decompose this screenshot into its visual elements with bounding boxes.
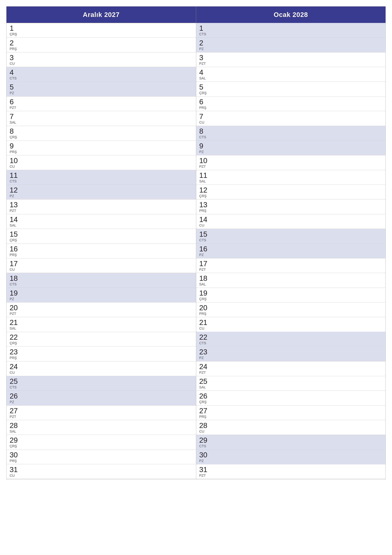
day-row: 17CU [7, 258, 196, 273]
day-name: PRŞ [10, 356, 22, 360]
day-number: 25 [199, 378, 212, 385]
day-row: 10PZT [196, 155, 386, 170]
day-number: 22 [10, 334, 22, 341]
day-name: SAL [199, 386, 212, 389]
day-number: 16 [199, 245, 212, 253]
day-info: 29CTS [199, 437, 212, 448]
day-name: PZT [199, 62, 212, 65]
day-number: 23 [199, 348, 212, 356]
day-number: 15 [199, 231, 212, 238]
day-number: 13 [199, 201, 212, 208]
day-number: 19 [199, 289, 212, 297]
day-info: 4CTS [10, 69, 22, 80]
day-info: 23PRŞ [10, 348, 22, 360]
day-info: 24CU [10, 363, 22, 374]
day-info: 25SAL [199, 378, 212, 389]
day-info: 16PRŞ [10, 245, 22, 257]
day-name: PZ [199, 253, 212, 257]
day-name: PZT [10, 415, 22, 418]
day-info: 11SAL [199, 172, 212, 183]
day-number: 20 [199, 304, 212, 311]
day-name: PRŞ [199, 209, 212, 212]
day-number: 5 [10, 83, 22, 91]
day-info: 11CTS [10, 172, 22, 183]
day-number: 12 [199, 186, 212, 194]
day-number: 26 [199, 392, 212, 400]
day-name: PZ [10, 194, 22, 198]
day-number: 28 [199, 422, 212, 429]
day-info: 26ÇRŞ [199, 392, 212, 404]
day-name: ÇRŞ [199, 194, 212, 198]
day-info: 16PZ [199, 245, 212, 257]
day-row: 12PZ [7, 185, 196, 199]
day-number: 23 [10, 348, 22, 356]
day-number: 27 [10, 407, 22, 414]
day-name: PZ [10, 91, 22, 95]
day-name: SAL [199, 180, 212, 183]
day-row: 19PZ [7, 288, 196, 302]
day-row: 12ÇRŞ [196, 185, 386, 199]
day-name: CTS [10, 77, 22, 80]
day-number: 9 [199, 142, 212, 150]
day-number: 31 [199, 466, 212, 473]
day-name: ÇRŞ [199, 400, 212, 404]
day-info: 23PZ [199, 348, 212, 360]
day-number: 11 [199, 172, 212, 179]
day-info: 24PZT [199, 363, 212, 374]
day-name: PZT [10, 106, 22, 110]
day-name: SAL [10, 327, 22, 330]
day-info: 3CU [10, 54, 22, 65]
day-number: 14 [199, 216, 212, 223]
day-number: 7 [10, 113, 22, 120]
day-row: 4CTS [7, 67, 196, 82]
day-row: 27PRŞ [196, 405, 386, 420]
day-number: 12 [10, 186, 22, 194]
day-number: 22 [199, 334, 212, 341]
day-row: 31PZT [196, 464, 386, 479]
day-info: 12ÇRŞ [199, 186, 212, 198]
day-row: 16PRŞ [7, 244, 196, 258]
day-name: PZ [10, 297, 22, 301]
day-name: SAL [10, 430, 22, 433]
day-name: PRŞ [10, 150, 22, 154]
day-row: 23PZ [196, 347, 386, 361]
day-row: 29ÇRŞ [7, 435, 196, 450]
day-name: PZ [199, 356, 212, 360]
calendar-container: Aralık 20271ÇRŞ2PRŞ3CU4CTS5PZ6PZT7SAL8ÇR… [6, 6, 386, 479]
day-name: CU [199, 327, 212, 330]
day-row: 15CTS [196, 229, 386, 244]
day-name: PZ [199, 47, 212, 51]
day-name: PRŞ [199, 106, 212, 110]
day-number: 29 [199, 437, 212, 444]
day-row: 25CTS [7, 376, 196, 391]
day-name: PZT [10, 209, 22, 212]
day-name: CTS [10, 386, 22, 389]
day-info: 31CU [10, 466, 22, 477]
day-info: 17PZT [199, 260, 212, 271]
day-name: CU [199, 430, 212, 433]
day-number: 8 [199, 128, 212, 135]
day-info: 26PZ [10, 392, 22, 404]
day-name: ÇRŞ [10, 135, 22, 139]
day-name: PZT [10, 312, 22, 315]
day-name: PRŞ [10, 459, 22, 463]
day-row: 7SAL [7, 111, 196, 126]
day-info: 27PZT [10, 407, 22, 418]
day-row: 8CTS [196, 126, 386, 141]
day-name: PZT [199, 474, 212, 477]
day-row: 29CTS [196, 435, 386, 450]
day-number: 30 [10, 451, 22, 459]
day-row: 13PRŞ [196, 199, 386, 214]
day-number: 2 [10, 39, 22, 46]
day-row: 5ÇRŞ [196, 82, 386, 96]
day-info: 13PRŞ [199, 201, 212, 212]
day-name: ÇRŞ [10, 32, 22, 36]
day-number: 10 [199, 157, 212, 164]
day-info: 7SAL [10, 113, 22, 124]
day-info: 28SAL [10, 422, 22, 433]
day-info: 21SAL [10, 319, 22, 330]
day-name: PRŞ [10, 47, 22, 51]
day-number: 13 [10, 201, 22, 208]
day-number: 8 [10, 128, 22, 135]
day-info: 3PZT [199, 54, 212, 65]
